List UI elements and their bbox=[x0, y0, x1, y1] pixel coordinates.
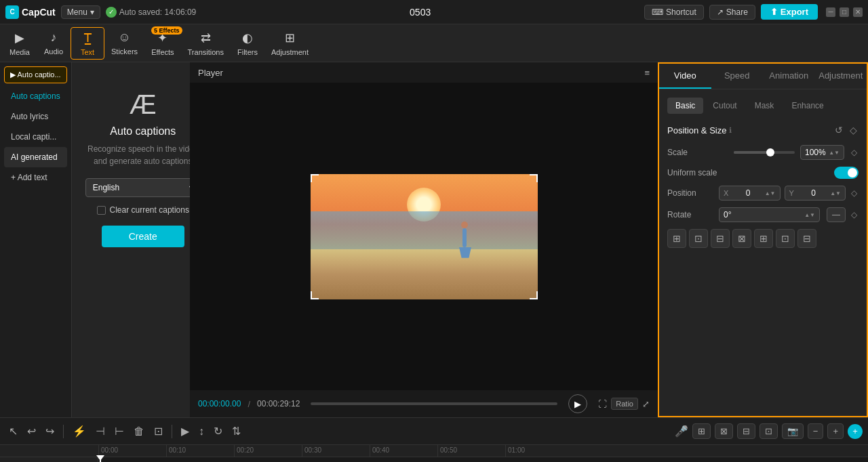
clip-snap-button[interactable]: ⊞ bbox=[692, 423, 711, 439]
x-spin[interactable]: ▲▼ bbox=[765, 190, 776, 196]
menu-chevron-icon: ▾ bbox=[90, 7, 94, 17]
screenshot-button[interactable]: 📷 bbox=[782, 423, 804, 439]
trim-right-button[interactable]: ⊢ bbox=[111, 423, 127, 440]
ruler-mark-5: 00:50 bbox=[437, 445, 505, 457]
ratio-button[interactable]: Ratio bbox=[611, 398, 638, 410]
position-keyframe-button[interactable]: ◇ bbox=[850, 187, 859, 199]
left-panel: ▶ Auto captio... Auto captions Auto lyri… bbox=[0, 62, 190, 417]
stickers-label: Stickers bbox=[111, 47, 138, 56]
rotate-label: Rotate bbox=[667, 210, 715, 219]
selected-menu-btn[interactable]: ▶ Auto captio... bbox=[4, 66, 67, 83]
play-button[interactable]: ▶ bbox=[568, 394, 587, 413]
maximize-button[interactable]: □ bbox=[840, 7, 849, 17]
language-select[interactable]: English ▾ bbox=[85, 178, 201, 197]
player-timeline[interactable] bbox=[311, 402, 557, 405]
shortcut-button[interactable]: ⌨ Shortcut bbox=[644, 5, 704, 20]
stickers-icon: ☺ bbox=[118, 30, 130, 45]
tab-video[interactable]: Video bbox=[659, 64, 711, 89]
cursor-tool[interactable]: ↖ bbox=[5, 423, 21, 440]
rotate-reset-button[interactable]: — bbox=[827, 207, 846, 222]
position-y-input[interactable]: Y 0 ▲▼ bbox=[785, 186, 846, 201]
media-tool-adjustment[interactable]: ⊞ Adjustment bbox=[264, 28, 315, 59]
rotate-timeline-button[interactable]: ↻ bbox=[210, 423, 226, 440]
menu-button[interactable]: Menu ▾ bbox=[61, 5, 100, 19]
sidebar-item-auto-captions[interactable]: Auto captions bbox=[4, 86, 67, 106]
scale-spin[interactable]: ▲▼ bbox=[829, 150, 840, 156]
scale-keyframe-button[interactable]: ◇ bbox=[850, 146, 859, 159]
add-track-button[interactable]: + bbox=[848, 424, 863, 439]
share-button[interactable]: ↗ Share bbox=[709, 5, 755, 20]
zoom-in-button[interactable]: + bbox=[827, 423, 844, 439]
flip-button[interactable]: ↕ bbox=[195, 423, 208, 440]
media-tool-transitions[interactable]: ⇄ Transitions bbox=[181, 28, 231, 59]
fit-timeline-button[interactable]: ⊡ bbox=[760, 423, 778, 439]
zoom-out-button[interactable]: − bbox=[808, 423, 824, 439]
play-timeline-button[interactable]: ▶ bbox=[178, 423, 193, 440]
project-name: 0503 bbox=[410, 7, 431, 18]
sidebar-item-auto-lyrics[interactable]: Auto lyrics bbox=[4, 106, 67, 127]
player-menu-icon[interactable]: ≡ bbox=[644, 68, 650, 78]
sidebar-item-ai-generated[interactable]: AI generated bbox=[4, 147, 67, 167]
align-left-button[interactable]: ⊞ bbox=[667, 229, 686, 248]
track-row: 🔒 👁 🔊 + Cover SLO bbox=[0, 457, 868, 462]
split-button[interactable]: ⚡ bbox=[69, 423, 90, 440]
auto-scroll-button[interactable]: ⊟ bbox=[737, 423, 755, 439]
y-spin[interactable]: ▲▼ bbox=[830, 190, 841, 196]
toggle-knob bbox=[848, 168, 857, 177]
tab-animation[interactable]: Animation bbox=[763, 64, 815, 89]
trim-left-button[interactable]: ⊣ bbox=[92, 423, 108, 440]
microphone-button[interactable]: 🎤 bbox=[675, 425, 688, 438]
mirror-button[interactable]: ⇅ bbox=[229, 423, 244, 440]
minimize-button[interactable]: ─ bbox=[826, 7, 835, 17]
media-tool-stickers[interactable]: ☺ Stickers bbox=[104, 28, 144, 58]
export-icon: ⬆ bbox=[770, 7, 778, 17]
rotate-input[interactable]: 0° ▲▼ bbox=[719, 207, 820, 222]
distribute-h-button[interactable]: ⊟ bbox=[797, 229, 816, 248]
sidebar-item-add-text[interactable]: + Add text bbox=[4, 167, 67, 188]
media-tool-media[interactable]: ▶ Media bbox=[3, 28, 37, 59]
align-right-button[interactable]: ⊟ bbox=[711, 229, 730, 248]
clear-captions-checkbox[interactable] bbox=[97, 206, 106, 215]
magnet-button[interactable]: ⊠ bbox=[715, 423, 733, 439]
rotate-spin[interactable]: ▲▼ bbox=[804, 212, 815, 218]
sub-tab-enhance[interactable]: Enhance bbox=[783, 98, 831, 114]
export-button[interactable]: ⬆ Export bbox=[761, 4, 818, 20]
media-tool-text[interactable]: T̲ Text bbox=[71, 27, 104, 60]
tab-speed[interactable]: Speed bbox=[711, 64, 764, 89]
redo-button[interactable]: ↪ bbox=[42, 423, 58, 440]
filters-icon: ◐ bbox=[242, 30, 253, 45]
scale-slider[interactable] bbox=[734, 151, 795, 154]
scale-input[interactable]: 100% ▲▼ bbox=[800, 145, 844, 160]
fullscreen-button[interactable]: ⛶ bbox=[598, 399, 607, 409]
align-center-v-button[interactable]: ⊞ bbox=[754, 229, 773, 248]
align-top-button[interactable]: ⊠ bbox=[732, 229, 751, 248]
expand-button[interactable]: ⤢ bbox=[642, 399, 650, 409]
uniform-scale-toggle[interactable] bbox=[834, 167, 859, 179]
media-tool-audio[interactable]: ♪ Audio bbox=[37, 28, 71, 58]
sub-tab-cutout[interactable]: Cutout bbox=[705, 98, 745, 114]
position-x-input[interactable]: X 0 ▲▼ bbox=[719, 186, 781, 201]
sub-tab-mask[interactable]: Mask bbox=[747, 98, 783, 114]
x-label: X bbox=[724, 189, 728, 197]
timeline-section: ↖ ↩ ↪ ⚡ ⊣ ⊢ 🗑 ⊡ ▶ ↕ ↻ ⇅ 🎤 ⊞ ⊠ ⊟ ⊡ 📷 − + … bbox=[0, 417, 868, 462]
rotate-keyframe-button[interactable]: ◇ bbox=[850, 209, 859, 221]
media-tool-effects[interactable]: ✦ Effects 5 Effects bbox=[144, 28, 180, 59]
undo-button[interactable]: ↩ bbox=[24, 423, 39, 440]
sidebar-item-local-captions[interactable]: Local capti... bbox=[4, 127, 67, 147]
align-center-h-button[interactable]: ⊡ bbox=[689, 229, 708, 248]
left-sidebar-menu: ▶ Auto captio... Auto captions Auto lyri… bbox=[0, 62, 72, 417]
create-button[interactable]: Create bbox=[102, 226, 184, 247]
diamond-button[interactable]: ◇ bbox=[848, 123, 859, 137]
tab-adjustment[interactable]: Adjustment bbox=[815, 64, 867, 89]
shortcut-icon: ⌨ bbox=[652, 7, 663, 17]
reset-button[interactable]: ↺ bbox=[833, 123, 844, 137]
time-current: 00:00:00.00 bbox=[198, 399, 241, 408]
crop-button[interactable]: ⊡ bbox=[151, 423, 166, 440]
close-button[interactable]: ✕ bbox=[853, 7, 863, 17]
corner-tl bbox=[311, 174, 319, 182]
media-tool-filters[interactable]: ◐ Filters bbox=[231, 28, 264, 59]
sub-tab-basic[interactable]: Basic bbox=[667, 98, 703, 114]
align-bottom-button[interactable]: ⊡ bbox=[776, 229, 795, 248]
transitions-label: Transitions bbox=[188, 48, 224, 56]
delete-button[interactable]: 🗑 bbox=[130, 423, 148, 440]
